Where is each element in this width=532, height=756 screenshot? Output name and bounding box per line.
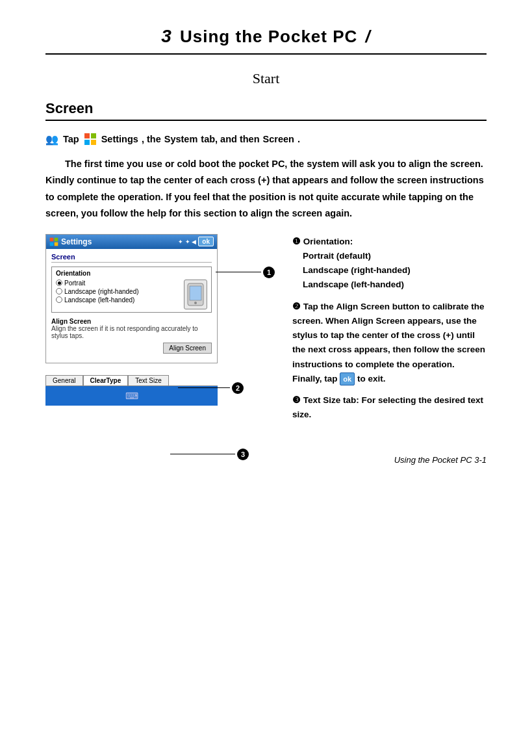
annotation-1-item-3: Landscape (left-handed) — [303, 278, 487, 292]
svg-rect-1 — [91, 133, 96, 138]
annotation-1-item-2: Landscape (right-handed) — [303, 263, 487, 278]
tab-textsize[interactable]: Text Size — [128, 375, 169, 385]
tap-comma: , the — [142, 134, 161, 144]
radio-landscape-left-circle — [56, 296, 62, 303]
annotation-3: ❸ Text Size tab: For selecting the desir… — [292, 393, 487, 423]
annotation-2-text: button to calibrate the screen. When Ali… — [292, 302, 485, 384]
annotation-2-intro: Tap the — [303, 302, 334, 311]
annotation-3-bold: Text Size — [303, 395, 341, 405]
callout-hline-2 — [178, 387, 230, 388]
settings-body: Screen Orientation Portrait Landscape (r… — [46, 249, 217, 363]
align-screen-button[interactable]: Align Screen — [163, 343, 212, 354]
chapter-slash: / — [366, 27, 371, 46]
titlebar-text: Settings — [61, 237, 92, 246]
device-icon — [184, 280, 207, 309]
chapter-header: 3 Using the Pocket PC / — [45, 26, 487, 47]
landscape-right-label: Landscape (right-handed) — [64, 288, 139, 295]
screen-label: Screen — [263, 134, 294, 144]
tap-instruction: 👥 Tap Settings , the System tab, and the… — [45, 133, 487, 146]
settings-titlebar: Settings ✦ ✦ ◀ ok — [46, 235, 217, 249]
annotation-2-end: to exit. — [357, 374, 386, 384]
bullet-3: ❸ — [292, 395, 301, 405]
radio-landscape-right: Landscape (right-handed) — [56, 288, 181, 295]
svg-rect-0 — [84, 133, 90, 138]
svg-rect-7 — [55, 242, 58, 246]
callout-hline-1 — [216, 272, 261, 272]
align-screen-section: Align Screen Align the screen if it is n… — [51, 318, 212, 354]
chapter-title-text: Using the Pocket PC — [180, 27, 357, 46]
callout-num-2: 2 — [232, 382, 244, 394]
system-label: System — [164, 134, 198, 144]
footer-text: Using the Pocket PC 3-1 — [394, 455, 487, 465]
orientation-legend: Orientation — [56, 270, 207, 277]
svg-rect-6 — [50, 242, 54, 246]
bullet-1: ❶ — [292, 236, 301, 246]
callout-num-3: 3 — [237, 449, 249, 460]
bullet-2: ❷ — [292, 301, 301, 311]
annotation-2: ❷ Tap the Align Screen button to calibra… — [292, 299, 487, 387]
svg-rect-2 — [84, 140, 90, 145]
radio-portrait-circle — [56, 280, 62, 286]
annotation-1: ❶ Orientation: Portrait (default) Landsc… — [292, 234, 487, 293]
callout-hline-3 — [170, 454, 235, 454]
ok-inline-button: ok — [340, 372, 355, 385]
annotations-column: ❶ Orientation: Portrait (default) Landsc… — [292, 234, 487, 429]
align-screen-btn-row: Align Screen — [51, 343, 212, 354]
callout-line-2: 2 — [178, 382, 244, 394]
portrait-label: Portrait — [64, 280, 85, 287]
align-screen-desc: Align the screen if it is not responding… — [51, 325, 212, 339]
svg-rect-9 — [190, 286, 201, 300]
radio-landscape-left: Landscape (left-handed) — [56, 296, 181, 304]
annotation-1-title: Orientation: — [303, 237, 353, 246]
orientation-list: Portrait Landscape (right-handed) Landsc… — [56, 280, 181, 309]
titlebar-left: Settings — [49, 237, 92, 246]
header-rule — [45, 53, 487, 55]
titlebar-right: ✦ ✦ ◀ ok — [178, 237, 214, 246]
annotation-1-item-1: Portrait (default) — [303, 249, 487, 263]
svg-rect-5 — [55, 237, 58, 241]
settings-window: Settings ✦ ✦ ◀ ok Screen Orientation — [45, 234, 218, 363]
radio-landscape-right-circle — [56, 288, 62, 294]
tab-cleartype[interactable]: ClearType — [83, 375, 129, 385]
svg-point-10 — [194, 302, 197, 304]
svg-rect-3 — [91, 140, 96, 145]
keyboard-icon: ⌨ — [125, 391, 138, 401]
chapter-title: 3 Using the Pocket PC / — [161, 27, 371, 46]
screen-heading: Screen — [45, 100, 487, 121]
titlebar-icons: ✦ ✦ ◀ — [178, 239, 196, 245]
svg-rect-4 — [50, 237, 54, 241]
annotation-2-bold: Align Screen — [336, 302, 390, 311]
people-icon: 👥 — [45, 133, 58, 146]
tap-period: . — [298, 134, 300, 144]
callout-line-1: 1 — [216, 267, 275, 278]
landscape-left-label: Landscape (left-handed) — [64, 296, 134, 304]
body-paragraph: The first time you use or cold boot the … — [45, 156, 487, 222]
orientation-group: Orientation Portrait Landscape (right-ha… — [51, 267, 212, 313]
windows-logo-icon — [84, 133, 97, 146]
chapter-num: 3 — [161, 26, 172, 46]
settings-screen-label: Screen — [51, 253, 212, 263]
radio-portrait: Portrait — [56, 280, 181, 287]
tab-general[interactable]: General — [45, 375, 83, 385]
titlebar-windows-icon — [49, 237, 58, 246]
titlebar-ok-btn[interactable]: ok — [198, 237, 214, 246]
page-footer: Using the Pocket PC 3-1 — [45, 455, 487, 465]
tab-text: tab, and then — [201, 134, 259, 144]
callout-line-3: 3 — [170, 449, 249, 460]
tap-word: Tap — [63, 134, 79, 144]
section-title: Start — [45, 70, 487, 87]
content-area: Settings ✦ ✦ ◀ ok Screen Orientation — [45, 234, 487, 429]
align-screen-title: Align Screen — [51, 318, 212, 325]
body-text: The first time you use or cold boot the … — [45, 159, 484, 218]
settings-label: Settings — [101, 134, 138, 144]
callout-num-1: 1 — [263, 267, 275, 278]
screenshot-column: Settings ✦ ✦ ◀ ok Screen Orientation — [45, 234, 279, 429]
orientation-options: Portrait Landscape (right-handed) Landsc… — [56, 280, 207, 309]
